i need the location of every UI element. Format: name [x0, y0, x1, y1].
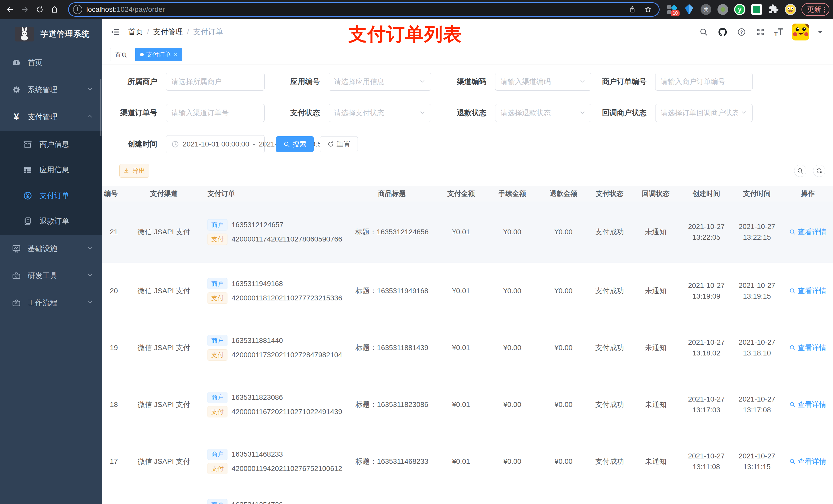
cell-amount: ¥0.01 — [452, 457, 470, 465]
filter-select[interactable]: 请选择应用信息 — [329, 73, 431, 91]
sidebar-item-4[interactable]: 研发工具 — [0, 262, 102, 289]
filter-select[interactable]: 请选择订单回调商户状态 — [655, 104, 753, 122]
filter-select[interactable]: 请选择退款状态 — [495, 104, 591, 122]
cell-title: 标题：1635312124656 — [355, 227, 429, 237]
view-detail-link[interactable]: 查看详情 — [789, 457, 826, 466]
sidebar-item-3[interactable]: 基础设施 — [0, 235, 102, 262]
collapse-menu-icon[interactable] — [110, 26, 121, 38]
cell-refund: ¥0.00 — [554, 287, 572, 295]
share-icon[interactable] — [627, 4, 637, 15]
view-detail-link[interactable]: 查看详情 — [789, 227, 826, 237]
select-placeholder: 请选择订单回调商户状态 — [661, 108, 738, 118]
sidebar-item-label: 基础设施 — [28, 243, 57, 254]
chevron-down-icon — [87, 86, 93, 94]
y-extension-icon[interactable]: y — [734, 4, 746, 15]
sidebar-subitem-0[interactable]: 商户信息 — [0, 131, 102, 157]
text-input[interactable] — [171, 78, 259, 86]
export-button[interactable]: 导出 — [119, 164, 149, 178]
chevron-down-icon[interactable] — [818, 31, 823, 36]
page-info-icon[interactable]: i — [73, 5, 82, 14]
help-icon[interactable]: ? — [736, 27, 747, 37]
cell-pay-status: 支付成功 — [595, 286, 624, 296]
sidebar-item-0[interactable]: 首页 — [0, 49, 102, 76]
cell-refund: ¥0.00 — [554, 228, 572, 236]
recorder-extension-icon[interactable] — [717, 4, 729, 15]
select-placeholder: 请选择退款状态 — [501, 108, 577, 118]
cell-notify-status: 未通知 — [645, 286, 667, 296]
view-detail-link[interactable]: 查看详情 — [789, 400, 826, 409]
filter-label: 渠道编码 — [431, 77, 495, 87]
briefcase-icon — [11, 298, 22, 308]
filter-select[interactable]: 请输入渠道编码 — [495, 73, 591, 91]
chevron-up-icon — [87, 113, 93, 121]
annotation-title: 支付订单列表 — [348, 22, 462, 47]
sidebar-item-2[interactable]: ¥支付管理 — [0, 103, 102, 130]
reload-icon[interactable] — [34, 4, 46, 15]
sidebar-scrollbar[interactable] — [100, 79, 101, 136]
cell-pay-status: 支付成功 — [595, 457, 624, 466]
date-range-input[interactable]: 2021-10-01 00:00:00 - 2021-10-31 23:59:5… — [166, 135, 265, 153]
cell-id: 20 — [102, 287, 120, 295]
cell-notify-status: 未通知 — [645, 400, 667, 409]
search-icon[interactable] — [698, 27, 709, 37]
sidebar-subitem-1[interactable]: 应用信息 — [0, 157, 102, 183]
tag-0[interactable]: 首页 — [110, 48, 132, 61]
tag-1[interactable]: 支付订单× — [135, 48, 182, 61]
sidebar-item-5[interactable]: 工作流程 — [0, 289, 102, 316]
github-icon[interactable] — [717, 27, 728, 37]
command-extension-icon[interactable]: ⌘ — [700, 4, 712, 15]
breadcrumb-item-0[interactable]: 首页 — [128, 27, 143, 37]
filter-label: 所属商户 — [102, 77, 166, 87]
bookmark-star-icon[interactable] — [643, 4, 653, 15]
merchant-tag: 商户 — [208, 219, 228, 231]
fullscreen-icon[interactable] — [755, 27, 766, 37]
refresh-button[interactable] — [813, 165, 825, 177]
filter-input[interactable] — [166, 73, 265, 91]
devtools-extension-icon[interactable]: 10 — [666, 4, 678, 15]
pay-tag: 支付 — [208, 406, 228, 417]
column-header-2: 支付订单 — [208, 189, 235, 198]
reset-button[interactable]: 重置 — [320, 136, 358, 152]
filter-input[interactable] — [655, 73, 753, 91]
filter-field: 商户订单编号 — [591, 73, 753, 91]
home-icon[interactable] — [49, 4, 61, 15]
filter-select[interactable]: 请选择支付状态 — [329, 104, 431, 122]
emoji-extension-icon[interactable] — [785, 4, 796, 15]
cell-paid-time: 2021-10-2713:18:10 — [738, 337, 775, 359]
chevron-down-icon — [740, 109, 747, 117]
forward-icon[interactable] — [19, 4, 31, 15]
browser-chrome: i localhost:1024/pay/order 10 ⌘ — [0, 0, 833, 19]
cell-created-time: 2021-10-2713:18:02 — [688, 337, 724, 359]
text-input[interactable] — [661, 78, 747, 86]
app-logo[interactable]: 芋道管理系统 — [0, 19, 102, 49]
sidebar-item-1[interactable]: 系统管理 — [0, 76, 102, 103]
address-bar[interactable]: i localhost:1024/pay/order — [68, 2, 660, 17]
back-icon[interactable] — [4, 4, 16, 15]
filter-label: 商户订单编号 — [591, 77, 655, 87]
kite-extension-icon[interactable] — [683, 4, 695, 15]
view-detail-link[interactable]: 查看详情 — [789, 286, 826, 296]
filter-input[interactable] — [166, 104, 265, 122]
breadcrumb-item-1[interactable]: 支付管理 — [153, 27, 183, 37]
sidebar-subitem-3[interactable]: 退款订单 — [0, 209, 102, 234]
sidebar-subitem-2[interactable]: 支付订单 — [0, 183, 102, 209]
chat-extension-icon[interactable] — [751, 4, 763, 15]
order-numbers-cell: 商户1635312124657支付42000011742021102780605… — [208, 216, 342, 248]
text-input[interactable] — [171, 109, 259, 117]
hide-search-button[interactable] — [794, 165, 806, 177]
merchant-tag: 商户 — [208, 449, 228, 460]
active-dot — [140, 53, 144, 56]
browser-update-button[interactable]: 更新 — [802, 3, 829, 16]
tag-label: 支付订单 — [146, 50, 171, 58]
extensions-puzzle-icon[interactable] — [768, 4, 780, 15]
close-icon[interactable]: × — [174, 51, 177, 58]
view-detail-link[interactable]: 查看详情 — [789, 343, 826, 353]
search-button[interactable]: 搜索 — [276, 136, 314, 152]
monitor-icon — [11, 244, 22, 253]
yen-circle-icon — [23, 191, 33, 200]
font-size-icon[interactable]: TT — [774, 27, 783, 38]
user-avatar[interactable] — [792, 24, 809, 41]
browser-menu-icon[interactable] — [824, 7, 825, 13]
filter-label: 创建时间 — [102, 139, 166, 149]
chevron-down-icon — [419, 109, 426, 117]
